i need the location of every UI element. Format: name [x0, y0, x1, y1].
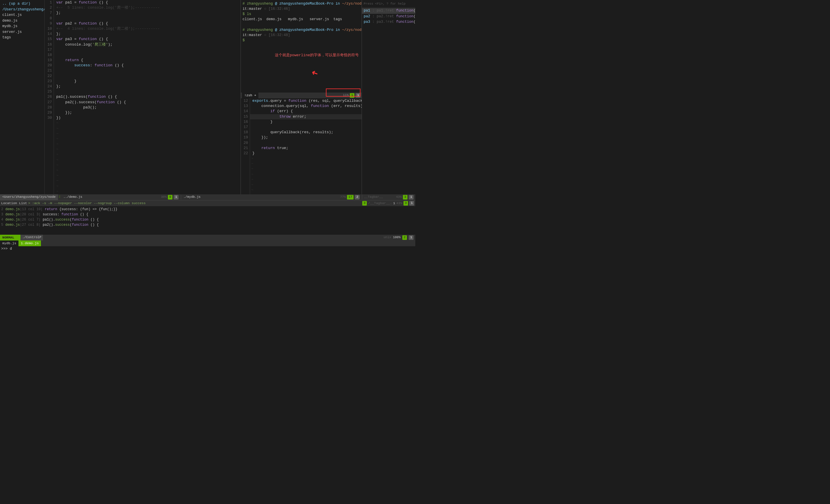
- bottom-tabbar: mydb.js 1.demo.js: [0, 240, 415, 246]
- code-line: 16 }: [241, 120, 362, 125]
- status-pos-right: 2: [355, 195, 360, 199]
- loc-line: 3 demo.js|20 col 3| success: function ()…: [1, 212, 414, 217]
- code-line: 27 pa2().success(function () {: [45, 100, 241, 105]
- terminal-line: $ ls: [243, 11, 360, 17]
- status-pos-left: 1: [173, 195, 179, 199]
- mini-mode-separator: [17, 235, 21, 240]
- trailing-tilde: ~: [45, 173, 241, 178]
- tagbar-pct: 43%: [396, 195, 402, 199]
- loc-branch-badge: 3: [362, 201, 367, 205]
- editor-area: .. (up a dir) /Users/zhangyusheng/zys/no…: [0, 0, 415, 194]
- file-tree-up-dir[interactable]: .. (up a dir): [0, 1, 44, 7]
- tab-demo-js[interactable]: 1.demo.js: [19, 240, 41, 246]
- mini-status-bar: NORMAL ./ControlP unix 100% 2 1: [0, 235, 415, 240]
- tagbar-pane: Press <F1>, ? for help pa1 : pa1.!ret fu…: [362, 0, 415, 194]
- annotation-highlight-box: [326, 89, 360, 97]
- code-line: 19 });: [241, 135, 362, 140]
- code-line: 18 queryCallback(res, results);: [241, 130, 362, 135]
- terminal-line: # zhangyusheng @ zhangyushengdeMacBook-P…: [243, 27, 360, 33]
- trailing-tilde: ~: [45, 141, 241, 147]
- status-filepath-left: <Users/zhangyusheng/zys/node: [0, 194, 58, 200]
- loc-pos: 1: [409, 201, 414, 205]
- status-file-right: ./mydb.js: [181, 195, 203, 199]
- status-pct-left: 30%: [161, 195, 167, 199]
- code-line-current: 15 throw error;: [241, 114, 362, 120]
- code-line: 2 +-- 5 lines: console.log('爬一楼');------…: [45, 5, 241, 10]
- file-tree-server-js[interactable]: server.js: [0, 29, 44, 35]
- trailing-tilde: ~: [45, 189, 241, 194]
- loc-branch2: 3: [404, 201, 408, 205]
- code-line: 9 var pa2 = function () {: [45, 21, 241, 26]
- code-line: 29 });: [45, 110, 241, 115]
- trailing-tilde: ~: [241, 188, 362, 193]
- trailing-tilde: ~: [45, 136, 241, 141]
- file-tree-demo-js[interactable]: demo.js: [0, 18, 44, 24]
- file-tree-client-js[interactable]: client.js: [0, 12, 44, 18]
- tagbar-pos-badge: 1: [409, 195, 414, 199]
- tmux-tab-zsh[interactable]: !zsh +: [242, 93, 258, 98]
- tagbar-status-label: __Tagbar__: [364, 195, 383, 199]
- location-list-title: Location List: [1, 201, 27, 206]
- loc-line: 5 demo.js|27 col 8| pa2().success(functi…: [1, 222, 414, 228]
- code-line: 18: [45, 53, 241, 58]
- code-line: 30 }): [45, 115, 241, 121]
- trailing-tilde: ~: [45, 178, 241, 183]
- tagbar-branch-badge: 3: [403, 195, 408, 199]
- mini-mode-badge: NORMAL: [0, 235, 17, 240]
- annotation-arrow-icon: ➜: [310, 64, 321, 80]
- annotation-section: 这个就是powerline的字体，可以显示奇怪的符号 ➜ !zsh + 11% …: [241, 51, 362, 99]
- mini-filepath: ./ControlP: [21, 235, 43, 240]
- terminal-line: [243, 22, 360, 27]
- location-list-arrow: > :ack -s -H --nopager --nocolor --nogro…: [28, 201, 146, 206]
- status-left: <Users/zhangyusheng/zys/node  ../demo.j…: [0, 194, 181, 200]
- code-line: 12 exports.query = function (res, sql, q…: [241, 98, 362, 103]
- location-list-bar: Location List > :ack -s -H --nopager --n…: [0, 200, 415, 206]
- tagbar-help: Press <F1>, ? for help: [362, 1, 415, 7]
- tagbar-item-pa3[interactable]: pa3 : pa3.!ret function(): [362, 19, 415, 25]
- tagbar-status: __Tagbar__ 43% 3 1: [362, 195, 415, 199]
- code-line: 16 console.log('爬三楼');: [45, 42, 241, 47]
- code-line: 26 pa1().success(function () {: [45, 94, 241, 99]
- code-line: 20: [241, 140, 362, 145]
- status-right-info-right: 77% 17 2: [340, 195, 362, 199]
- cmd-line: >>> d: [0, 246, 415, 252]
- code-line: 17: [45, 47, 241, 53]
- terminal-line: $: [243, 38, 360, 43]
- status-file-left: ../demo.js: [62, 195, 83, 199]
- mini-encoding: unix: [384, 235, 391, 240]
- tagbar-item-pa2[interactable]: pa2 : pa2.!ret function(): [362, 14, 415, 20]
- code-line: 10 +-- 4 lines: console.log('爬二楼');-----…: [45, 26, 241, 31]
- terminal-line: # zhangyusheng @ zhangyushengdeMacBook-P…: [243, 1, 360, 6]
- code-editor-left[interactable]: 1 var pa1 = function () { 2 +-- 5 lines:…: [45, 0, 241, 194]
- status-pct-right: 77%: [340, 195, 346, 199]
- loc-line: 4 demo.js|26 col 7| pa1().success(functi…: [1, 217, 414, 222]
- location-list: Location List > :ack -s -H --nopager --n…: [0, 200, 415, 235]
- code-line: 13 connection.query(sql, function (err, …: [241, 103, 362, 109]
- trailing-tilde: ~: [45, 126, 241, 131]
- trailing-tilde: ~: [45, 131, 241, 136]
- cmd-line-content: >>> d: [1, 246, 12, 252]
- code-line: 17: [241, 125, 362, 130]
- status-bar: <Users/zhangyusheng/zys/node  ../demo.j…: [0, 194, 415, 200]
- mini-status-right: unix 100% 2 1: [384, 235, 415, 240]
- trailing-tilde: ~: [241, 166, 362, 172]
- location-list-content: 2 demo.js|13 col 10| return {success: (f…: [0, 206, 415, 228]
- file-tree-mydb-js[interactable]: mydb.js: [0, 24, 44, 29]
- file-tree-tags[interactable]: tags: [0, 35, 44, 41]
- status-branch-right: 17: [347, 195, 354, 199]
- loc-tagbar-label: /__Tagbar__.: [368, 201, 392, 206]
- file-tree-dir-path: /Users/zhangyusheng/zys/node/: [0, 7, 44, 13]
- code-line: 25: [45, 89, 241, 94]
- trailing-tilde: ~: [241, 182, 362, 188]
- file-tree: .. (up a dir) /Users/zhangyusheng/zys/no…: [0, 0, 45, 194]
- terminal-shell: # zhangyusheng @ zhangyushengdeMacBook-P…: [241, 0, 362, 51]
- code-pane-right: 12 exports.query = function (res, sql, q…: [241, 98, 362, 194]
- terminal-pane: # zhangyusheng @ zhangyushengdeMacBook-P…: [241, 0, 362, 194]
- code-line: 15 var pa3 = function () {: [45, 37, 241, 42]
- tagbar-item-pa1[interactable]: pa1 : pa1.!ret function(): [362, 8, 415, 14]
- status-right-info-left: 30% 9 1: [161, 195, 181, 199]
- code-line: 21 return true;: [241, 145, 362, 151]
- trailing-tilde: ~: [45, 158, 241, 163]
- tab-mydb-js[interactable]: mydb.js: [0, 240, 19, 246]
- code-lines-left: 1 var pa1 = function () { 2 +-- 5 lines:…: [45, 0, 241, 194]
